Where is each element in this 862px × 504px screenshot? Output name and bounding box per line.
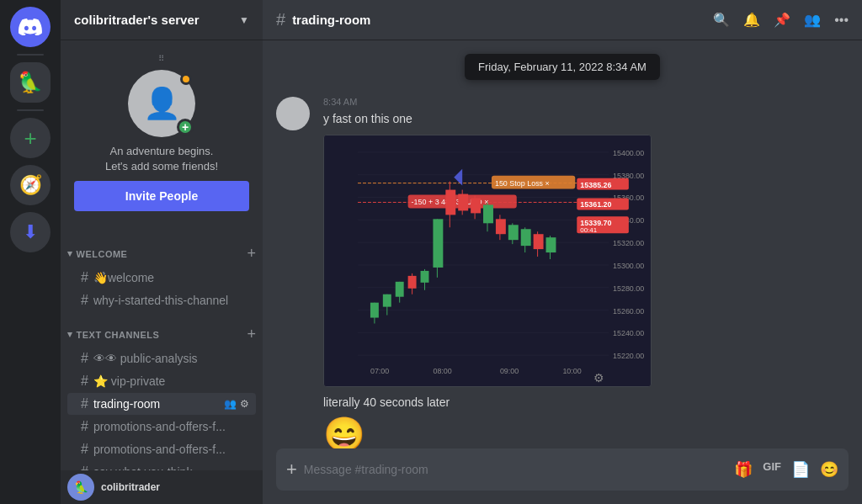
channel-action-icons: 👥 ⚙ xyxy=(224,398,249,410)
notification-icon[interactable]: 🔔 xyxy=(743,12,760,28)
message-text-40sec: literally 40 seconds later xyxy=(323,394,849,411)
drag-handle: ⠿ xyxy=(158,54,164,63)
chevron-down-icon: ▾ xyxy=(67,329,73,340)
message-emoji-reaction: 😄 xyxy=(323,415,849,448)
svg-rect-36 xyxy=(396,282,404,297)
svg-text:09:00: 09:00 xyxy=(500,367,519,375)
server-header[interactable]: colibritrader's server ▼ xyxy=(61,0,263,40)
svg-text:15240.00: 15240.00 xyxy=(613,329,644,337)
profile-invite-area: ⠿ 👤 + An adventure begins.Let's add some… xyxy=(61,40,263,225)
svg-rect-34 xyxy=(383,294,391,307)
svg-rect-38 xyxy=(408,276,417,289)
server-colibritrader[interactable]: 🦜 xyxy=(10,62,51,103)
channel-name: why-i-started-this-channel xyxy=(93,294,249,307)
channel-item-public-analysis[interactable]: # 👁👁 public-analysis xyxy=(67,347,256,369)
emoji-icon[interactable]: 😊 xyxy=(820,460,838,479)
svg-text:15300.00: 15300.00 xyxy=(613,262,644,270)
message-text-fast: y fast on this one xyxy=(323,110,849,128)
hash-icon: # xyxy=(81,374,88,389)
hash-icon: # xyxy=(81,293,88,308)
hash-icon: # xyxy=(81,396,88,411)
sticker-icon[interactable]: 📄 xyxy=(791,460,810,479)
server-chevron-icon: ▼ xyxy=(239,14,249,26)
svg-rect-52 xyxy=(496,219,506,234)
channel-header-name: trading-room xyxy=(292,13,706,27)
username: colibritrader xyxy=(101,481,160,493)
chart-svg: 15400.00 15380.00 15360.00 15340.00 1532… xyxy=(324,135,651,386)
message-input[interactable] xyxy=(304,453,727,486)
members-icon[interactable]: 👥 xyxy=(804,12,821,28)
message-input-wrap: + 🎁 GIF 📄 😊 xyxy=(276,448,849,491)
channel-name: 👁👁 public-analysis xyxy=(93,352,249,365)
svg-rect-0 xyxy=(324,135,650,386)
input-icons: 🎁 GIF 📄 😊 xyxy=(734,460,838,479)
svg-rect-44 xyxy=(445,190,455,215)
explore-servers-icon[interactable]: 🧭 xyxy=(10,165,51,205)
svg-text:150  Stop Loss  ×: 150 Stop Loss × xyxy=(495,179,550,188)
message-header: 8:34 AM xyxy=(323,97,849,107)
search-icon[interactable]: 🔍 xyxy=(713,12,730,28)
members-icon[interactable]: 👥 xyxy=(224,398,237,410)
server-divider xyxy=(17,54,44,56)
message-timestamp: 8:34 AM xyxy=(323,97,357,107)
profile-avatar-wrap: 👤 + xyxy=(128,70,195,137)
message-avatar xyxy=(276,97,310,130)
gif-icon[interactable]: GIF xyxy=(763,460,781,479)
svg-rect-40 xyxy=(421,271,429,283)
channel-item-promotions2[interactable]: # promotions-and-offers-f... xyxy=(67,438,256,460)
channel-item-say-what[interactable]: # say-what-you-think xyxy=(67,461,256,470)
profile-tagline: An adventure begins.Let's add some frien… xyxy=(105,144,218,174)
category-text-add-icon[interactable]: + xyxy=(247,326,256,343)
header-icons: 🔍 🔔 📌 👥 ••• xyxy=(713,12,849,28)
main-content: # trading-room 🔍 🔔 📌 👥 ••• Friday, Febru… xyxy=(263,0,862,504)
svg-rect-58 xyxy=(534,234,544,249)
category-text-channels: ▾ TEXT CHANNELS + xyxy=(61,312,263,347)
svg-text:10:00: 10:00 xyxy=(562,367,581,375)
hash-icon: # xyxy=(81,419,88,434)
svg-rect-42 xyxy=(433,219,443,268)
category-add-icon[interactable]: + xyxy=(247,245,256,263)
category-text-label: ▾ TEXT CHANNELS xyxy=(67,329,159,340)
svg-text:15280.00: 15280.00 xyxy=(613,284,644,293)
download-icon[interactable]: ⬇ xyxy=(10,212,51,252)
svg-text:15260.00: 15260.00 xyxy=(613,307,644,316)
invite-people-button[interactable]: Invite People xyxy=(74,181,249,211)
channel-header: # trading-room 🔍 🔔 📌 👥 ••• xyxy=(263,0,862,40)
discord-home-icon[interactable] xyxy=(10,7,51,47)
channel-name-trading-room: trading-room xyxy=(93,397,219,411)
svg-text:00:41: 00:41 xyxy=(580,226,597,234)
channel-list: ▾ WELCOME + # 👋welcome # why-i-started-t… xyxy=(61,225,263,470)
channel-item-trading-room[interactable]: # trading-room 👥 ⚙ xyxy=(67,393,256,415)
more-options-icon[interactable]: ••• xyxy=(834,13,849,28)
message-input-area: + 🎁 GIF 📄 😊 xyxy=(263,448,862,504)
svg-text:08:00: 08:00 xyxy=(433,367,451,375)
server-name: colibritrader's server xyxy=(74,13,200,27)
add-server-icon[interactable]: + xyxy=(10,118,51,158)
gift-icon[interactable]: 🎁 xyxy=(734,460,753,479)
server-divider-2 xyxy=(17,109,44,111)
channel-item-why-started[interactable]: # why-i-started-this-channel xyxy=(67,289,256,311)
svg-text:15385.26: 15385.26 xyxy=(580,181,611,189)
hash-icon: # xyxy=(81,464,88,470)
channel-item-promotions1[interactable]: # promotions-and-offers-f... xyxy=(67,416,256,438)
message-group: 8:34 AM y fast on this one xyxy=(276,97,849,448)
date-tooltip: Friday, February 11, 2022 8:34 AM xyxy=(465,54,660,80)
channel-item-vip-private[interactable]: # ⭐ vip-private xyxy=(67,370,256,392)
message-content: 8:34 AM y fast on this one xyxy=(323,97,849,448)
channel-name: ⭐ vip-private xyxy=(93,374,249,388)
hash-icon: # xyxy=(81,442,88,457)
add-attachment-icon[interactable]: + xyxy=(286,448,297,491)
svg-text:⚙: ⚙ xyxy=(593,371,604,385)
chart-container: 15400.00 15380.00 15360.00 15340.00 1532… xyxy=(323,135,652,387)
hash-icon: # xyxy=(81,270,88,285)
settings-icon[interactable]: ⚙ xyxy=(240,398,249,410)
channel-name: promotions-and-offers-f... xyxy=(93,420,249,433)
svg-rect-50 xyxy=(483,204,493,223)
channel-item-welcome[interactable]: # 👋welcome xyxy=(67,267,256,289)
pin-icon[interactable]: 📌 xyxy=(774,12,790,28)
messages-area: Friday, February 11, 2022 8:34 AM 8:34 A… xyxy=(263,40,862,448)
svg-rect-60 xyxy=(546,237,556,252)
channel-sidebar: colibritrader's server ▼ ⠿ 👤 + An advent… xyxy=(61,0,263,504)
svg-rect-48 xyxy=(471,199,481,214)
category-welcome: ▾ WELCOME + xyxy=(61,231,263,266)
